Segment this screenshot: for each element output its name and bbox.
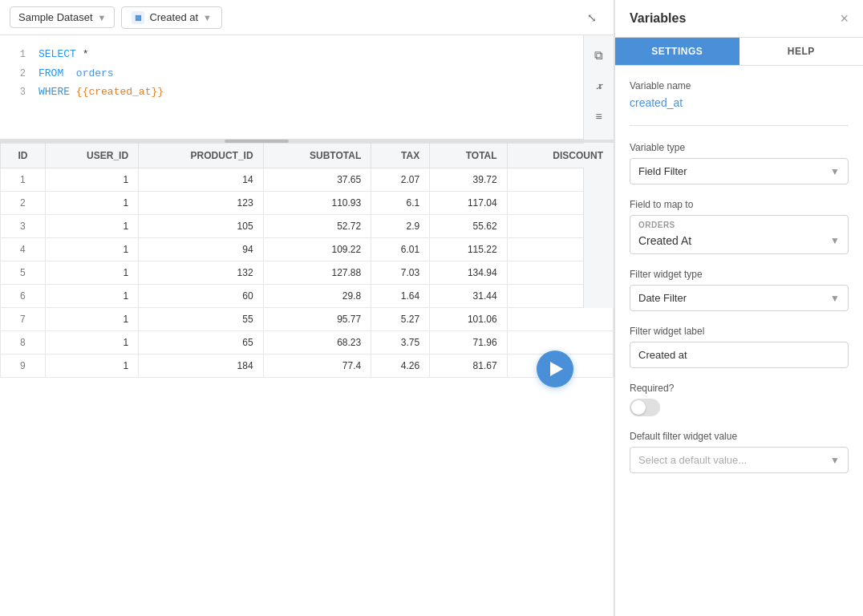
col-header-discount: DISCOUNT xyxy=(507,144,613,168)
variable-type-field: Variable type Field Filter ▼ xyxy=(630,142,849,184)
close-panel-button[interactable]: × xyxy=(840,11,849,26)
table-cell: 7 xyxy=(1,308,46,331)
table-cell: 37.65 xyxy=(263,168,371,192)
field-column-value: Created At xyxy=(638,234,691,247)
default-filter-chevron-icon: ▼ xyxy=(830,455,840,466)
table-cell: 3 xyxy=(1,215,46,238)
tab-settings[interactable]: SETTINGS xyxy=(615,38,739,65)
field-to-map-select[interactable]: ORDERS Created At ▼ xyxy=(630,215,849,254)
menu-button[interactable]: ≡ xyxy=(587,104,611,128)
code-editor[interactable]: 1 SELECT * 2 FROM orders 3 WHERE {{creat… xyxy=(0,35,614,140)
table-cell: 55 xyxy=(139,308,263,331)
copy-button[interactable]: ⧉ xyxy=(587,43,611,67)
table-cell: 132 xyxy=(139,261,263,285)
table-row: 4194109.226.01115.22 xyxy=(1,238,614,261)
col-header-subtotal: SUBTOTAL xyxy=(263,144,371,168)
table-cell: 1 xyxy=(45,261,138,285)
table-cell: 71.96 xyxy=(430,331,507,355)
table-cell: 134.94 xyxy=(430,261,507,285)
table-cell: 101.06 xyxy=(430,308,507,331)
default-filter-placeholder: Select a default value... xyxy=(638,454,747,466)
table-cell: 52.72 xyxy=(263,215,371,238)
variable-name-label: Variable name xyxy=(630,80,849,91)
code-line-2: 2 FROM orders xyxy=(13,64,601,83)
filter-widget-type-chevron-icon: ▼ xyxy=(830,293,840,304)
required-toggle[interactable] xyxy=(630,399,660,416)
table-cell: 60 xyxy=(139,285,263,308)
divider-1 xyxy=(630,125,849,126)
default-filter-field: Default filter widget value Select a def… xyxy=(630,431,849,473)
field-table-label: ORDERS xyxy=(630,216,683,231)
table-cell: 117.04 xyxy=(430,192,507,215)
run-query-button[interactable] xyxy=(537,351,573,387)
table-cell: 29.8 xyxy=(263,285,371,308)
table-cell: 77.4 xyxy=(263,355,371,378)
variable-type-value: Field Filter xyxy=(638,165,687,177)
variable-name-value[interactable]: created_at xyxy=(630,96,849,109)
filter-widget-label-label: Filter widget label xyxy=(630,326,849,337)
pill-filter-icon: ▦ xyxy=(132,11,144,24)
table-row: 715595.775.27101.06 xyxy=(1,308,614,331)
table-cell: 9 xyxy=(1,355,46,378)
table-row: 9118477.44.2681.67 xyxy=(1,355,614,378)
table-row: 51132127.887.03134.94 xyxy=(1,261,614,285)
filter-widget-label-input[interactable] xyxy=(630,342,849,368)
required-toggle-wrapper xyxy=(630,399,849,416)
table-cell: 5.27 xyxy=(371,308,430,331)
field-map-chevron-icon: ▼ xyxy=(830,235,840,246)
panel-header: Variables × xyxy=(615,0,863,38)
table-row: 616029.81.6431.44 xyxy=(1,285,614,308)
table-cell: 1 xyxy=(45,192,138,215)
minimize-icon: ⤡ xyxy=(587,11,597,24)
table-cell: 1.64 xyxy=(371,285,430,308)
table-cell: 1 xyxy=(45,238,138,261)
variable-type-label: Variable type xyxy=(630,142,849,153)
filter-widget-label-field: Filter widget label xyxy=(630,326,849,368)
toggle-thumb xyxy=(631,400,646,415)
variable-pill-label: Created at xyxy=(149,11,198,23)
panel-tabs: SETTINGS HELP xyxy=(615,38,863,66)
panel-content: Variable name created_at Variable type F… xyxy=(615,66,863,488)
table-cell: 127.88 xyxy=(263,261,371,285)
minimize-button[interactable]: ⤡ xyxy=(580,6,604,30)
table-cell: 31.44 xyxy=(430,285,507,308)
table-cell: 1 xyxy=(45,331,138,355)
table-row: 111437.652.0739.72 xyxy=(1,168,614,192)
code-line-3: 3 WHERE {{created_at}} xyxy=(13,83,601,102)
table-cell: 184 xyxy=(139,355,263,378)
table-cell: 68.23 xyxy=(263,331,371,355)
table-cell: 1 xyxy=(45,168,138,192)
table-cell: 4 xyxy=(1,238,46,261)
filter-widget-type-select[interactable]: Date Filter ▼ xyxy=(630,285,849,311)
table-cell: 1 xyxy=(45,215,138,238)
toolbar: Sample Dataset ▼ ▦ Created at ▼ ⤡ xyxy=(0,0,614,35)
table-cell: 6.01 xyxy=(371,238,430,261)
default-filter-select[interactable]: Select a default value... ▼ xyxy=(630,447,849,473)
table-cell: 1 xyxy=(45,355,138,378)
filter-widget-type-label: Filter widget type xyxy=(630,269,849,280)
table-cell: 2.9 xyxy=(371,215,430,238)
table-cell: 65 xyxy=(139,331,263,355)
table-cell: 1 xyxy=(45,285,138,308)
tab-help[interactable]: HELP xyxy=(739,38,864,65)
table-cell: 115.22 xyxy=(430,238,507,261)
filter-widget-type-value: Date Filter xyxy=(638,292,687,304)
required-label: Required? xyxy=(630,383,849,394)
table-cell: 94 xyxy=(139,238,263,261)
table-row: 3110552.722.955.62 xyxy=(1,215,614,238)
table-cell xyxy=(507,308,613,331)
col-header-id: ID xyxy=(1,144,46,168)
col-header-user-id: USER_ID xyxy=(45,144,138,168)
dataset-label: Sample Dataset xyxy=(18,11,93,23)
variable-pill[interactable]: ▦ Created at ▼ xyxy=(121,6,222,29)
variables-panel: Variables × SETTINGS HELP Variable name … xyxy=(614,0,863,616)
dataset-selector[interactable]: Sample Dataset ▼ xyxy=(10,6,115,28)
variable-button[interactable]: 𝑥 xyxy=(587,74,611,98)
code-line-1: 1 SELECT * xyxy=(13,45,601,64)
horizontal-scrollbar[interactable] xyxy=(0,140,614,143)
variable-type-select[interactable]: Field Filter ▼ xyxy=(630,158,849,184)
data-table-area: ID USER_ID PRODUCT_ID SUBTOTAL TAX TOTAL… xyxy=(0,143,614,616)
col-header-product-id: PRODUCT_ID xyxy=(139,144,263,168)
table-cell: 7.03 xyxy=(371,261,430,285)
required-field: Required? xyxy=(630,383,849,416)
